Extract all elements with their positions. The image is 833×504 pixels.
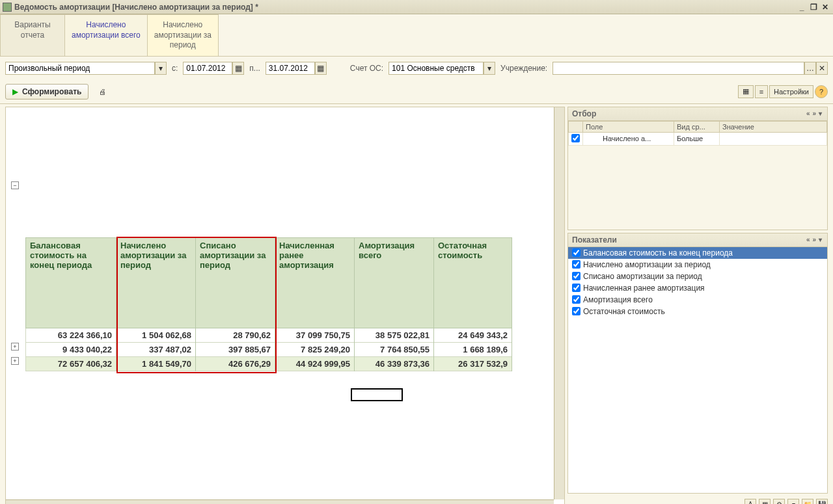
indicator-checkbox[interactable] xyxy=(572,248,580,257)
foot-btn-1[interactable]: A xyxy=(744,499,756,504)
collapse-all-button[interactable]: − xyxy=(11,181,19,189)
from-label: с: xyxy=(172,64,178,73)
indicator-checkbox[interactable] xyxy=(572,260,580,269)
date-to[interactable]: ▦ xyxy=(266,62,327,75)
org-combo[interactable]: … ✕ xyxy=(553,62,828,75)
indicators-panel: Показатели « » ▾ Балансовая стоимость на… xyxy=(567,233,828,494)
tab-period-amort[interactable]: Начислено амортизации за период xyxy=(147,14,219,56)
indicator-checkbox[interactable] xyxy=(572,272,580,280)
form-button[interactable]: ▶ Сформировать xyxy=(5,84,89,99)
filter-row-check[interactable] xyxy=(571,134,580,142)
indicator-checkbox[interactable] xyxy=(572,307,580,315)
foot-btn-5[interactable]: 📁 xyxy=(802,499,813,504)
data-cell[interactable]: 1 504 062,68 xyxy=(116,328,195,343)
filter-row-cond[interactable]: Больше xyxy=(674,132,720,145)
settings-button[interactable]: Настройки xyxy=(769,85,813,98)
filter-row[interactable]: Начислено а... Больше xyxy=(569,132,827,145)
data-cell[interactable]: 44 924 999,95 xyxy=(275,357,354,371)
period-type-dropdown[interactable]: ▾ xyxy=(155,62,167,75)
minimize-button[interactable]: _ xyxy=(797,3,807,12)
column-0: Балансовая стоимость на конец периода63 … xyxy=(25,237,116,371)
date-from-picker[interactable]: ▦ xyxy=(232,62,244,75)
window-title: Ведомость амортизации [Начислено амортиз… xyxy=(14,3,795,12)
data-cell[interactable]: 28 790,62 xyxy=(196,328,275,343)
indicator-row[interactable]: Амортизация всего xyxy=(568,294,827,306)
filter-col-field[interactable]: Поле xyxy=(583,121,674,132)
indicator-row[interactable]: Начислено амортизации за период xyxy=(568,259,827,271)
help-button[interactable]: ? xyxy=(815,85,828,98)
column-header[interactable]: Остаточная стоимость xyxy=(434,237,512,328)
data-cell[interactable]: 1 668 189,6 xyxy=(434,343,512,357)
footer-buttons: A ▦ ⚙ ▾ 📁 💾 xyxy=(567,496,828,504)
column-header[interactable]: Списано амортизации за период xyxy=(196,237,275,328)
filter-col-cond[interactable]: Вид ср... xyxy=(674,121,720,132)
data-cell[interactable]: 38 575 022,81 xyxy=(355,328,433,343)
column-header[interactable]: Начислено амортизации за период xyxy=(116,237,195,328)
close-button[interactable]: ✕ xyxy=(820,3,830,12)
foot-btn-2[interactable]: ▦ xyxy=(759,499,771,504)
data-cell[interactable]: 337 487,02 xyxy=(116,343,195,357)
date-to-picker[interactable]: ▦ xyxy=(315,62,327,75)
indicator-row[interactable]: Остаточная стоимость xyxy=(568,306,827,317)
action-toolbar: ▶ Сформировать 🖨 ▦ ≡ Настройки ? xyxy=(0,80,833,104)
ind-menu-button[interactable]: ▾ xyxy=(817,236,823,243)
expand-row-1[interactable]: + xyxy=(11,343,19,351)
indicator-label: Начисленная ранее амортизация xyxy=(583,284,705,293)
data-cell[interactable]: 72 657 406,32 xyxy=(25,357,116,371)
data-cell[interactable]: 397 885,67 xyxy=(196,343,275,357)
indicator-row[interactable]: Балансовая стоимость на конец периода xyxy=(568,247,827,259)
filter-row-field[interactable]: Начислено а... xyxy=(583,132,674,145)
filter-next-button[interactable]: » xyxy=(811,110,817,117)
data-cell[interactable]: 63 224 366,10 xyxy=(25,328,116,343)
indicator-label: Балансовая стоимость на конец периода xyxy=(583,248,733,258)
data-cell[interactable]: 426 676,29 xyxy=(196,357,275,371)
account-input[interactable] xyxy=(389,62,484,75)
data-cell[interactable]: 9 433 040,22 xyxy=(25,343,116,357)
data-cell[interactable]: 7 764 850,55 xyxy=(355,343,433,357)
date-from-input[interactable] xyxy=(183,62,232,75)
vertical-scrollbar[interactable] xyxy=(554,107,564,499)
data-cell[interactable]: 7 825 249,20 xyxy=(275,343,354,357)
foot-btn-3[interactable]: ⚙ xyxy=(773,499,785,504)
ind-prev-button[interactable]: « xyxy=(805,236,812,243)
column-header[interactable]: Начисленная ранее амортизация xyxy=(275,237,354,328)
period-type-combo[interactable]: ▾ xyxy=(5,62,167,75)
foot-btn-6[interactable]: 💾 xyxy=(816,499,828,504)
column-header[interactable]: Балансовая стоимость на конец периода xyxy=(25,237,116,328)
org-clear-button[interactable]: ✕ xyxy=(816,62,828,75)
date-to-input[interactable] xyxy=(266,62,315,75)
account-combo[interactable]: ▾ xyxy=(389,62,495,75)
indicator-row[interactable]: Начисленная ранее амортизация xyxy=(568,282,827,294)
filter-row-value[interactable] xyxy=(720,132,827,145)
column-header[interactable]: Амортизация всего xyxy=(355,237,433,328)
data-cell[interactable]: 37 099 750,75 xyxy=(275,328,354,343)
panel-toggle-1[interactable]: ▦ xyxy=(738,85,754,98)
indicator-checkbox[interactable] xyxy=(572,284,580,292)
filter-col-value[interactable]: Значение xyxy=(720,121,827,132)
data-cell[interactable]: 24 649 343,2 xyxy=(434,328,512,343)
filter-menu-button[interactable]: ▾ xyxy=(817,110,823,117)
cell-cursor xyxy=(351,388,403,401)
ind-next-button[interactable]: » xyxy=(811,236,817,243)
report-area: − + + Балансовая стоимость на конец пери… xyxy=(5,107,565,504)
panel-toggle-2[interactable]: ≡ xyxy=(755,85,768,98)
date-from[interactable]: ▦ xyxy=(183,62,244,75)
tab-total-amort[interactable]: Начислено амортизации всего xyxy=(64,14,148,56)
data-cell[interactable]: 1 841 549,70 xyxy=(116,357,195,371)
expand-row-2[interactable]: + xyxy=(11,357,19,365)
play-icon: ▶ xyxy=(12,87,18,96)
org-select-button[interactable]: … xyxy=(804,62,816,75)
filter-prev-button[interactable]: « xyxy=(805,110,812,117)
tab-variants[interactable]: Варианты отчета xyxy=(0,14,65,56)
indicator-row[interactable]: Списано амортизации за период xyxy=(568,271,827,282)
foot-btn-4[interactable]: ▾ xyxy=(787,499,799,504)
period-type-input[interactable] xyxy=(5,62,155,75)
account-dropdown[interactable]: ▾ xyxy=(484,62,495,75)
print-icon-button[interactable]: 🖨 xyxy=(95,85,110,98)
horizontal-scrollbar[interactable] xyxy=(6,499,554,504)
data-cell[interactable]: 46 339 873,36 xyxy=(355,357,433,371)
org-input[interactable] xyxy=(553,62,804,75)
maximize-button[interactable]: ❐ xyxy=(808,3,819,12)
data-cell[interactable]: 26 317 532,9 xyxy=(434,357,512,371)
indicator-checkbox[interactable] xyxy=(572,295,580,304)
